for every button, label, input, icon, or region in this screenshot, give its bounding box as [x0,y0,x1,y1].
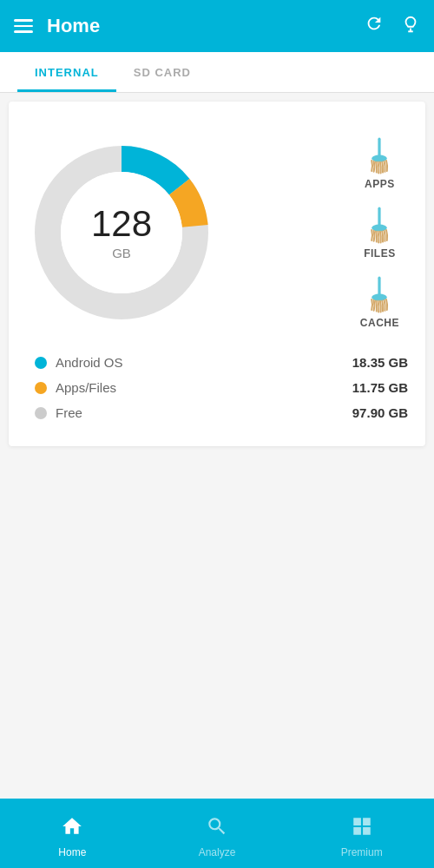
svg-rect-9 [378,277,381,296]
apps-files-dot [35,382,47,394]
svg-rect-7 [378,207,381,227]
android-os-name: Android OS [56,355,330,370]
bottom-navigation: Home Analyze Premium [0,799,434,868]
apps-label: APPS [365,178,395,190]
main-content: 128 GB [9,102,425,446]
header-actions [365,14,420,38]
svg-rect-5 [378,138,381,157]
legend-free: Free 97.90 GB [35,405,408,420]
action-icons: APPS FILES [360,136,408,329]
refresh-button[interactable] [365,14,384,38]
files-button[interactable]: FILES [360,206,398,260]
apps-button[interactable]: APPS [360,136,398,190]
chart-area: 128 GB [26,119,408,338]
analyze-icon [206,815,228,843]
chart-center-label: 128 GB [91,206,152,260]
legend-apps-files: Apps/Files 11.75 GB [35,380,408,395]
storage-donut-chart: 128 GB [26,137,217,328]
apps-files-value: 11.75 GB [339,380,408,395]
cache-label: CACHE [360,317,399,329]
nav-home[interactable]: Home [0,808,145,858]
android-os-dot [35,357,47,369]
nav-analyze[interactable]: Analyze [145,808,290,858]
storage-unit: GB [91,246,152,260]
files-label: FILES [364,247,396,260]
cache-button[interactable]: CACHE [360,275,399,329]
apps-files-name: Apps/Files [56,380,330,395]
free-value: 97.90 GB [339,405,408,420]
legend-android-os: Android OS 18.35 GB [35,355,408,370]
premium-icon [351,815,373,843]
nav-premium-label: Premium [341,846,383,858]
app-header: Home [0,0,434,52]
tab-bar: INTERNAL SD CARD [0,52,434,93]
storage-total: 128 [91,206,152,242]
home-icon [61,815,83,843]
nav-premium[interactable]: Premium [289,808,434,858]
nav-analyze-label: Analyze [199,846,236,858]
tab-sdcard[interactable]: SD CARD [116,52,208,92]
bulb-button[interactable] [401,15,420,38]
android-os-value: 18.35 GB [339,355,408,370]
nav-home-label: Home [58,846,86,858]
menu-button[interactable] [14,19,33,33]
free-dot [35,407,47,419]
page-title: Home [47,15,365,37]
tab-internal[interactable]: INTERNAL [17,52,116,92]
storage-legend: Android OS 18.35 GB Apps/Files 11.75 GB … [26,355,408,420]
free-name: Free [56,405,330,420]
